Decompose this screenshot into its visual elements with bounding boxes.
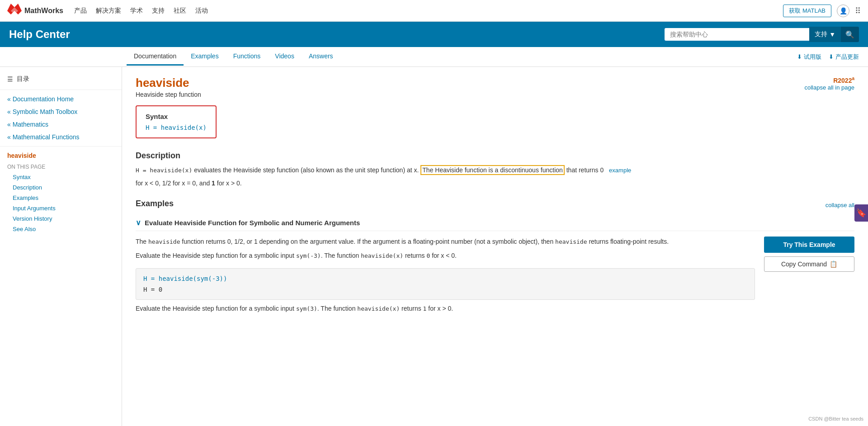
search-area: 支持 ▼ 🔍 xyxy=(665,27,859,42)
example-block-1: ∨ Evaluate Heaviside Function for Symbol… xyxy=(136,218,854,317)
sidebar: ☰ 目录 « Documentation Home « Symbolic Mat… xyxy=(0,67,122,426)
sidebar-item-math-functions[interactable]: « Mathematical Functions xyxy=(0,131,122,143)
tab-examples[interactable]: Examples xyxy=(184,48,226,66)
trial-link[interactable]: ⬇ 试用版 xyxy=(797,53,821,61)
top-nav-left: MathWorks 产品 解决方案 学术 支持 社区 活动 xyxy=(7,4,208,18)
examples-header: Examples collapse all xyxy=(136,197,854,213)
sidebar-sub-see-also[interactable]: See Also xyxy=(0,224,122,234)
example-1-header: ∨ Evaluate Heaviside Function for Symbol… xyxy=(136,218,854,231)
download-trial-icon: ⬇ xyxy=(797,53,802,60)
top-nav-right: 获取 MATLAB 👤 ⠿ xyxy=(783,5,861,17)
description-text-1: evaluates the Heaviside step function (a… xyxy=(194,166,420,174)
top-nav-links: 产品 解决方案 学术 支持 社区 活动 xyxy=(74,7,208,15)
search-input[interactable] xyxy=(665,28,809,41)
nav-community[interactable]: 社区 xyxy=(174,7,186,15)
example-1-para-2: Evaluate the Heaviside step function for… xyxy=(136,251,755,261)
sidebar-divider-2 xyxy=(0,146,122,147)
sidebar-divider-1 xyxy=(0,90,122,90)
description-section: Description H = heaviside(x) evaluates t… xyxy=(136,151,854,188)
examples-heading: Examples xyxy=(136,199,174,208)
code-0: 0 xyxy=(426,252,430,259)
brand-name: MathWorks xyxy=(24,7,63,15)
bookmark-icon: 🔖 xyxy=(856,208,866,218)
doc-tabs-right: ⬇ 试用版 ⬇ 产品更新 xyxy=(797,53,859,61)
menu-label: 目录 xyxy=(17,75,29,83)
description-paragraph: H = heaviside(x) evaluates the Heaviside… xyxy=(136,165,854,175)
update-link[interactable]: ⬇ 产品更新 xyxy=(829,53,859,61)
grid-apps-icon[interactable]: ⠿ xyxy=(855,6,861,16)
syntax-heading: Syntax xyxy=(146,113,207,120)
copy-command-button[interactable]: Copy Command 📋 xyxy=(764,256,854,272)
sidebar-sub-examples[interactable]: Examples xyxy=(0,193,122,203)
code-output-1: H = 0 xyxy=(143,286,747,293)
hamburger-icon: ☰ xyxy=(7,76,13,83)
doc-tabs-left: Documentation Examples Functions Videos … xyxy=(127,48,340,66)
tab-videos[interactable]: Videos xyxy=(268,48,302,66)
help-header: Help Center 支持 ▼ 🔍 xyxy=(0,22,868,47)
example-1-actions: Try This Example Copy Command 📋 xyxy=(764,237,854,317)
nav-products[interactable]: 产品 xyxy=(74,7,87,15)
support-label: 支持 xyxy=(815,30,827,38)
sidebar-sub-description[interactable]: Description xyxy=(0,182,122,193)
example-1-content: The heaviside function returns 0, 1/2, o… xyxy=(136,237,854,317)
code-heaviside-x: heaviside(x) xyxy=(361,252,403,259)
mathworks-logo-icon xyxy=(7,4,22,18)
code-sym-3: sym(-3) xyxy=(296,252,321,259)
sidebar-current-item: heaviside xyxy=(0,149,122,162)
on-this-page-label: ON THIS PAGE xyxy=(0,162,122,172)
version-badge: R2022a collapse all in page xyxy=(804,76,854,91)
examples-collapse-all[interactable]: collapse all xyxy=(826,202,854,208)
search-submit-button[interactable]: 🔍 xyxy=(841,27,859,42)
example-link[interactable]: example xyxy=(609,167,631,174)
sidebar-sub-input-args[interactable]: Input Arguments xyxy=(0,203,122,213)
description-paragraph-2: for x < 0, 1/2 for x = 0, and 1 for x > … xyxy=(136,178,854,188)
nav-solutions[interactable]: 解决方案 xyxy=(96,7,121,15)
nav-support[interactable]: 支持 xyxy=(152,7,165,15)
description-heading: Description xyxy=(136,151,854,161)
help-center-title: Help Center xyxy=(9,28,70,41)
copy-command-label: Copy Command xyxy=(781,260,827,268)
description-code-1: H = heaviside(x) xyxy=(136,167,192,174)
sidebar-item-doc-home[interactable]: « Documentation Home xyxy=(0,93,122,105)
copy-icon: 📋 xyxy=(830,260,837,268)
tab-functions[interactable]: Functions xyxy=(226,48,268,66)
nav-academia[interactable]: 学术 xyxy=(130,7,143,15)
logo[interactable]: MathWorks xyxy=(7,4,63,18)
highlighted-phrase: The Heaviside function is a discontinuou… xyxy=(420,165,565,175)
user-icon[interactable]: 👤 xyxy=(837,5,849,17)
syntax-code: H = heaviside(x) xyxy=(146,124,207,131)
collapse-all-link[interactable]: collapse all in page xyxy=(804,84,854,91)
example-1-para-3: Evaluate the Heaviside step function for… xyxy=(136,303,755,314)
search-support-button[interactable]: 支持 ▼ xyxy=(809,27,841,42)
right-float-panel[interactable]: 🔖 xyxy=(854,204,868,222)
watermark: CSDN @Bitter tea seeds xyxy=(808,416,863,421)
code-heaviside-1: heaviside xyxy=(148,238,180,245)
code-1: 1 xyxy=(423,305,427,312)
code-heaviside-2: heaviside xyxy=(555,238,587,245)
code-heaviside-x2: heaviside(x) xyxy=(357,305,400,312)
sidebar-sub-syntax[interactable]: Syntax xyxy=(0,172,122,182)
main-layout: ☰ 目录 « Documentation Home « Symbolic Mat… xyxy=(0,67,868,426)
chevron-down-icon: ▼ xyxy=(829,31,835,38)
doc-tabs: Documentation Examples Functions Videos … xyxy=(0,47,868,67)
sidebar-item-mathematics[interactable]: « Mathematics xyxy=(0,118,122,131)
version-text: R2022a xyxy=(833,77,854,84)
nav-events[interactable]: 活动 xyxy=(195,7,208,15)
syntax-box: Syntax H = heaviside(x) xyxy=(136,105,217,138)
content-area: R2022a collapse all in page heaviside He… xyxy=(122,67,868,426)
code-block-1: H = heaviside(sym(-3)) H = 0 xyxy=(136,268,755,300)
get-matlab-button[interactable]: 获取 MATLAB xyxy=(783,5,831,17)
sidebar-item-symbolic-toolbox[interactable]: « Symbolic Math Toolbox xyxy=(0,105,122,118)
try-this-example-button[interactable]: Try This Example xyxy=(764,237,854,253)
top-nav: MathWorks 产品 解决方案 学术 支持 社区 活动 获取 MATLAB … xyxy=(0,0,868,22)
tab-answers[interactable]: Answers xyxy=(302,48,340,66)
chevron-down-icon[interactable]: ∨ xyxy=(136,218,141,227)
code-sym3: sym(3) xyxy=(296,305,317,312)
description-text-2: that returns 0 xyxy=(566,166,604,174)
example-1-title: Evaluate Heaviside Function for Symbolic… xyxy=(145,219,360,227)
function-title: heaviside xyxy=(136,76,854,90)
example-1-para-1: The heaviside function returns 0, 1/2, o… xyxy=(136,237,755,247)
sidebar-sub-version-history[interactable]: Version History xyxy=(0,213,122,224)
tab-documentation[interactable]: Documentation xyxy=(127,48,184,66)
sidebar-menu-toggle[interactable]: ☰ 目录 xyxy=(0,71,122,87)
